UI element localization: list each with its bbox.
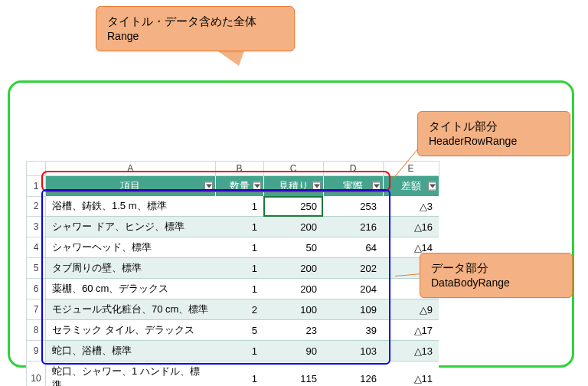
row-header[interactable]: 8 bbox=[27, 320, 46, 341]
cell-diff[interactable]: △17 bbox=[383, 320, 439, 341]
row-header[interactable]: 9 bbox=[27, 341, 46, 361]
row-header[interactable]: 7 bbox=[27, 299, 46, 320]
table-row: 2 浴槽、鋳鉄、1.5 m、標準 1 250 253 △3 bbox=[27, 196, 439, 217]
row-header[interactable]: 6 bbox=[27, 279, 46, 299]
cell-qty[interactable]: 2 bbox=[215, 299, 263, 320]
cell-act[interactable]: 39 bbox=[323, 320, 383, 341]
cell-item[interactable]: タブ周りの壁、標準 bbox=[46, 258, 216, 279]
callout-range-line1: タイトル・データ含めた全体 bbox=[107, 13, 283, 29]
callout-header-line2: HeaderRowRange bbox=[429, 134, 559, 149]
column-headers-row: A B C D E bbox=[27, 162, 439, 176]
cell-qty[interactable]: 1 bbox=[215, 279, 263, 299]
callout-header: タイトル部分 HeaderRowRange bbox=[417, 111, 570, 156]
th-qty-label: 数量 bbox=[230, 180, 250, 191]
cell-est[interactable]: 115 bbox=[263, 361, 323, 387]
cell-est[interactable]: 200 bbox=[263, 217, 323, 237]
cell-item[interactable]: 蛇口、シャワー、1 ハンドル、標準 bbox=[46, 361, 216, 387]
col-header-c[interactable]: C bbox=[263, 162, 323, 176]
cell-act[interactable]: 253 bbox=[323, 196, 383, 217]
cell-act[interactable]: 103 bbox=[323, 341, 383, 361]
cell-diff[interactable]: △11 bbox=[383, 361, 439, 387]
th-est-label: 見積り bbox=[279, 180, 309, 191]
cell-item[interactable]: 蛇口、浴槽、標準 bbox=[46, 341, 216, 361]
cell-diff[interactable]: △13 bbox=[383, 341, 439, 361]
excel-table: A B C D E 1 項目 数量 見積り 実際 差額 2 浴槽、鋳鉄、1.5 … bbox=[26, 161, 439, 386]
cell-qty[interactable]: 1 bbox=[215, 341, 263, 361]
cell-item[interactable]: 薬棚、60 cm、デラックス bbox=[46, 279, 216, 299]
cell-qty[interactable]: 5 bbox=[215, 320, 263, 341]
cell-act[interactable]: 109 bbox=[323, 299, 383, 320]
cell-act[interactable]: 64 bbox=[323, 237, 383, 258]
table-row: 4 シャワーヘッド、標準 1 50 64 △14 bbox=[27, 237, 439, 258]
cell-act[interactable]: 202 bbox=[323, 258, 383, 279]
col-header-d[interactable]: D bbox=[323, 162, 383, 176]
cell-act[interactable]: 126 bbox=[323, 361, 383, 387]
table-row: 6 薬棚、60 cm、デラックス 1 200 204 △4 bbox=[27, 279, 439, 299]
cell-qty[interactable]: 1 bbox=[215, 237, 263, 258]
table-row: 7 モジュール式化粧台、70 cm、標準 2 100 109 △9 bbox=[27, 299, 439, 320]
table-row: 3 シャワー ドア、ヒンジ、標準 1 200 216 △16 bbox=[27, 217, 439, 237]
callout-body-line1: データ部分 bbox=[431, 260, 561, 276]
table-row: 8 セラミック タイル、デラックス 5 23 39 △17 bbox=[27, 320, 439, 341]
col-header-a[interactable]: A bbox=[46, 162, 216, 176]
th-diff-label: 差額 bbox=[401, 180, 421, 191]
row-header[interactable]: 4 bbox=[27, 237, 46, 258]
row-header-1[interactable]: 1 bbox=[27, 176, 46, 197]
filter-icon[interactable] bbox=[428, 182, 436, 191]
cell-act[interactable]: 204 bbox=[323, 279, 383, 299]
cell-item[interactable]: シャワーヘッド、標準 bbox=[46, 237, 216, 258]
row-header[interactable]: 5 bbox=[27, 258, 46, 279]
filter-icon[interactable] bbox=[372, 182, 381, 191]
table-row: 9 蛇口、浴槽、標準 1 90 103 △13 bbox=[27, 341, 439, 361]
cell-qty[interactable]: 1 bbox=[215, 361, 263, 387]
cell-diff[interactable]: △9 bbox=[383, 299, 439, 320]
col-header-e[interactable]: E bbox=[383, 162, 439, 176]
cell-item[interactable]: 浴槽、鋳鉄、1.5 m、標準 bbox=[46, 196, 216, 217]
th-diff[interactable]: 差額 bbox=[383, 176, 439, 197]
cell-qty[interactable]: 1 bbox=[215, 217, 263, 237]
filter-icon[interactable] bbox=[204, 182, 213, 191]
cell-est[interactable]: 250 bbox=[263, 196, 323, 217]
table-row: 5 タブ周りの壁、標準 1 200 202 △2 bbox=[27, 258, 439, 279]
filter-icon[interactable] bbox=[253, 182, 261, 191]
th-item[interactable]: 項目 bbox=[46, 176, 216, 197]
cell-diff[interactable]: △3 bbox=[383, 196, 439, 217]
cell-diff[interactable]: △16 bbox=[383, 217, 439, 237]
cell-item[interactable]: セラミック タイル、デラックス bbox=[46, 320, 216, 341]
table-row: 10 蛇口、シャワー、1 ハンドル、標準 1 115 126 △11 bbox=[27, 361, 439, 387]
cell-est[interactable]: 23 bbox=[263, 320, 323, 341]
cell-est[interactable]: 200 bbox=[263, 258, 323, 279]
cell-qty[interactable]: 1 bbox=[215, 258, 263, 279]
cell-item[interactable]: モジュール式化粧台、70 cm、標準 bbox=[46, 299, 216, 320]
row-header[interactable]: 2 bbox=[27, 196, 46, 217]
th-item-label: 項目 bbox=[120, 180, 140, 191]
th-qty[interactable]: 数量 bbox=[215, 176, 263, 197]
spreadsheet: A B C D E 1 項目 数量 見積り 実際 差額 2 浴槽、鋳鉄、1.5 … bbox=[26, 161, 439, 386]
corner-cell[interactable] bbox=[27, 162, 46, 176]
callout-body-line2: DataBodyRange bbox=[431, 276, 561, 291]
callout-header-line1: タイトル部分 bbox=[429, 118, 559, 134]
th-act[interactable]: 実際 bbox=[323, 176, 383, 197]
cell-est[interactable]: 200 bbox=[263, 279, 323, 299]
row-header[interactable]: 3 bbox=[27, 217, 46, 237]
cell-item[interactable]: シャワー ドア、ヒンジ、標準 bbox=[46, 217, 216, 237]
cell-qty[interactable]: 1 bbox=[215, 196, 263, 217]
callout-range: タイトル・データ含めた全体 Range bbox=[96, 6, 295, 51]
table-header-row: 1 項目 数量 見積り 実際 差額 bbox=[27, 176, 439, 197]
th-est[interactable]: 見積り bbox=[263, 176, 323, 197]
th-act-label: 実際 bbox=[343, 180, 363, 191]
row-header[interactable]: 10 bbox=[27, 361, 46, 387]
cell-est[interactable]: 90 bbox=[263, 341, 323, 361]
col-header-b[interactable]: B bbox=[215, 162, 263, 176]
cell-act[interactable]: 216 bbox=[323, 217, 383, 237]
cell-est[interactable]: 100 bbox=[263, 299, 323, 320]
callout-body: データ部分 DataBodyRange bbox=[420, 253, 573, 298]
callout-range-line2: Range bbox=[107, 29, 283, 44]
cell-est[interactable]: 50 bbox=[263, 237, 323, 258]
filter-icon[interactable] bbox=[312, 182, 321, 191]
